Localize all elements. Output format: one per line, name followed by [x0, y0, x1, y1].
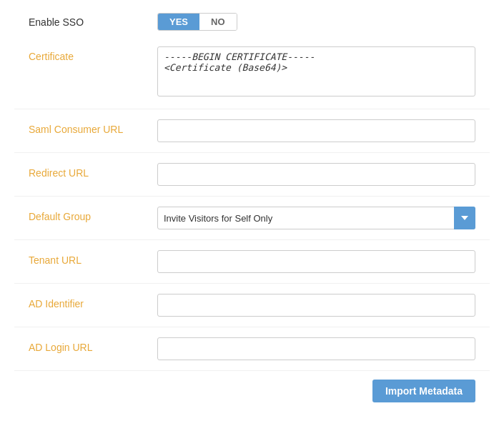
saml-consumer-url-wrap	[157, 119, 475, 142]
ad-login-url-label: AD Login URL	[29, 337, 157, 353]
ad-login-url-row: AD Login URL	[14, 327, 490, 371]
saml-consumer-url-input[interactable]	[157, 119, 475, 142]
enable-sso-toggle[interactable]: YES NO	[157, 13, 237, 31]
ad-identifier-row: AD Identifier	[14, 284, 490, 327]
tenant-url-wrap	[157, 250, 475, 273]
yes-toggle-button[interactable]: YES	[158, 14, 199, 30]
ad-identifier-wrap	[157, 294, 475, 317]
no-toggle-button[interactable]: NO	[199, 14, 237, 30]
footer-row: Import Metadata	[14, 371, 490, 411]
tenant-url-row: Tenant URL	[14, 240, 490, 284]
certificate-label: Certificate	[29, 46, 157, 62]
certificate-input-wrap: -----BEGIN CERTIFICATE----- <Certificate…	[157, 46, 475, 99]
default-group-row: Default Group Invite Visitors for Self O…	[14, 197, 490, 240]
certificate-row: Certificate -----BEGIN CERTIFICATE----- …	[14, 36, 490, 109]
enable-sso-label: Enable SSO	[29, 16, 157, 28]
default-group-wrap: Invite Visitors for Self Only Default Gr…	[157, 207, 475, 229]
saml-consumer-url-label: Saml Consumer URL	[29, 119, 157, 135]
certificate-textarea[interactable]: -----BEGIN CERTIFICATE----- <Certificate…	[157, 46, 475, 96]
enable-sso-row: Enable SSO YES NO	[14, 7, 490, 36]
import-metadata-button[interactable]: Import Metadata	[372, 380, 475, 402]
tenant-url-input[interactable]	[157, 250, 475, 273]
sso-config-container: Enable SSO YES NO Certificate -----BEGIN…	[0, 0, 504, 425]
redirect-url-input[interactable]	[157, 163, 475, 186]
ad-identifier-label: AD Identifier	[29, 294, 157, 309]
default-group-label: Default Group	[29, 207, 157, 222]
redirect-url-row: Redirect URL	[14, 153, 490, 197]
tenant-url-label: Tenant URL	[29, 250, 157, 266]
ad-login-url-wrap	[157, 337, 475, 360]
ad-login-url-input[interactable]	[157, 337, 475, 360]
redirect-url-label: Redirect URL	[29, 163, 157, 179]
saml-consumer-url-row: Saml Consumer URL	[14, 109, 490, 153]
redirect-url-wrap	[157, 163, 475, 186]
default-group-select[interactable]: Invite Visitors for Self Only Default Gr…	[157, 207, 475, 229]
ad-identifier-input[interactable]	[157, 294, 475, 317]
